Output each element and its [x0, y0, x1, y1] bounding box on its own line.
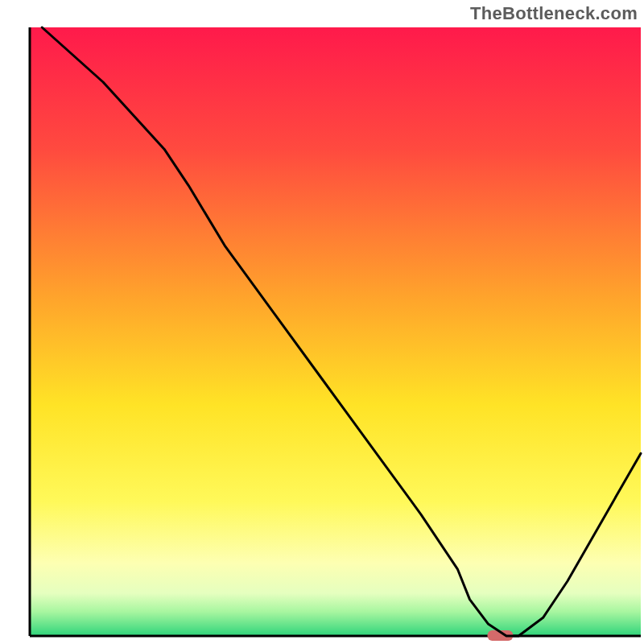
- plot-background: [30, 27, 641, 636]
- bottleneck-chart: [0, 0, 644, 644]
- chart-frame: TheBottleneck.com: [0, 0, 644, 644]
